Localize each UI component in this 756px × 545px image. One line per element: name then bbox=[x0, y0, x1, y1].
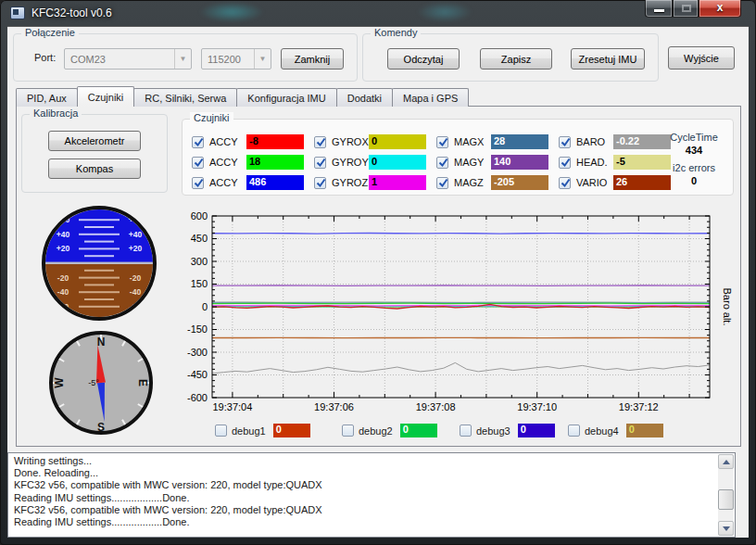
svg-text:E: E bbox=[136, 379, 149, 387]
sensor-value: 0 bbox=[369, 155, 426, 170]
debug-checkbox-4[interactable] bbox=[568, 425, 580, 437]
tab-rc-silniki-serwa[interactable]: RC, Silniki, Serwa bbox=[133, 88, 237, 107]
sensor-checkbox-accy[interactable] bbox=[192, 136, 204, 148]
tab-pid-aux[interactable]: PID, Aux bbox=[16, 88, 78, 107]
log-line: Writing settings... bbox=[14, 455, 729, 467]
sensor-checkbox-gyroz[interactable] bbox=[314, 177, 326, 189]
read-button[interactable]: Odczytaj bbox=[387, 48, 460, 70]
svg-text:+40: +40 bbox=[129, 230, 143, 239]
cycle-time-block: CycleTime 434 i2c errors 0 bbox=[661, 131, 727, 187]
scrollbar-thumb[interactable] bbox=[718, 489, 734, 510]
svg-text:300: 300 bbox=[191, 256, 208, 267]
tab-konfiguracja-imu[interactable]: Konfiguracja IMU bbox=[236, 88, 336, 107]
svg-text:19:37:06: 19:37:06 bbox=[314, 401, 354, 412]
scroll-down-button[interactable] bbox=[718, 521, 734, 536]
sensors-group-label: Czujniki bbox=[190, 112, 233, 123]
sensor-label: VARIO bbox=[571, 177, 613, 188]
sensor-value: 18 bbox=[246, 155, 304, 170]
sensor-column-acc: ACCY-8ACCY18ACCY486 bbox=[192, 134, 304, 190]
sensor-label: ACCY bbox=[204, 136, 246, 147]
i2c-errors-label: i2c errors bbox=[661, 161, 727, 174]
log-scrollbar[interactable] bbox=[718, 454, 734, 536]
close-button[interactable]: x bbox=[699, 0, 741, 18]
debug-label: debug1 bbox=[227, 425, 273, 437]
i2c-errors-value: 0 bbox=[661, 174, 727, 187]
reset-imu-button[interactable]: Zresetuj IMU bbox=[571, 48, 645, 70]
debug-value: 0 bbox=[400, 424, 437, 437]
sensor-label: MAGX bbox=[448, 136, 491, 147]
svg-text:600: 600 bbox=[191, 210, 208, 222]
sensor-checkbox-baro[interactable] bbox=[559, 136, 571, 148]
sensor-checkbox-magz[interactable] bbox=[436, 177, 448, 189]
compass-gauge: NSEW-5° bbox=[47, 329, 155, 437]
sensor-label: ACCY bbox=[204, 157, 246, 168]
debug-label: debug3 bbox=[472, 425, 518, 437]
minimize-icon bbox=[654, 9, 664, 12]
sensor-value: 28 bbox=[491, 134, 548, 149]
svg-text:-40: -40 bbox=[57, 287, 69, 297]
debug-value: 0 bbox=[518, 424, 555, 437]
debug-label: debug4 bbox=[580, 425, 626, 437]
commands-group: Komendy Odczytaj Zapisz Zresetuj IMU bbox=[362, 33, 659, 82]
client-area: Połączenie Port: COM23 ▼ 115200 ▼ Zamkni… bbox=[7, 26, 749, 538]
sensor-column-baro: BARO-0.22HEAD.-5VARIO26 bbox=[559, 134, 671, 190]
svg-text:450: 450 bbox=[191, 233, 208, 244]
titlebar[interactable]: KFC32-tool v0.6 x bbox=[0, 0, 756, 26]
svg-text:N: N bbox=[97, 336, 106, 349]
debug-value: 0 bbox=[626, 424, 663, 437]
window-frame: KFC32-tool v0.6 x Połączenie Port: COM23… bbox=[0, 0, 756, 545]
sensor-checkbox-gyrox[interactable] bbox=[314, 136, 326, 148]
sensor-label: ACCY bbox=[204, 177, 246, 188]
baud-select[interactable]: 115200 ▼ bbox=[201, 48, 271, 70]
sensor-label: GYROX bbox=[326, 136, 369, 147]
svg-text:0: 0 bbox=[202, 301, 208, 312]
exit-button[interactable]: Wyjście bbox=[668, 46, 735, 70]
sensor-label: GYROY bbox=[326, 157, 369, 168]
chevron-down-icon: ▼ bbox=[174, 49, 191, 69]
compass-calibrate-button[interactable]: Kompas bbox=[48, 158, 141, 179]
tab-dodatki[interactable]: Dodatki bbox=[336, 88, 393, 107]
sensor-row: BARO-0.22 bbox=[559, 134, 671, 149]
attitude-indicator: +20+20-20-20+40+40-40-40+60+60-60-60 bbox=[39, 203, 159, 323]
sensor-checkbox-vario[interactable] bbox=[559, 177, 571, 189]
arrow-up-icon bbox=[723, 460, 730, 464]
port-label: Port: bbox=[34, 52, 56, 63]
chevron-down-icon: ▼ bbox=[254, 49, 271, 69]
sensor-label: MAGZ bbox=[448, 177, 491, 188]
log-line: Done. Reloading... bbox=[14, 467, 729, 479]
maximize-button[interactable] bbox=[673, 0, 699, 18]
sensor-label: HEAD. bbox=[571, 157, 613, 168]
accelerometer-calibrate-button[interactable]: Akcelerometr bbox=[48, 131, 141, 151]
svg-text:150: 150 bbox=[191, 278, 208, 289]
sensor-checkbox-gyroy[interactable] bbox=[314, 157, 326, 169]
debug-checkbox-3[interactable] bbox=[460, 425, 472, 437]
sensor-checkbox-magx[interactable] bbox=[436, 136, 448, 148]
sensor-checkbox-accy[interactable] bbox=[192, 177, 204, 189]
debug-checkbox-1[interactable] bbox=[215, 425, 227, 437]
sensor-label: BARO bbox=[571, 136, 613, 147]
sensor-row: GYROY0 bbox=[314, 155, 426, 170]
sensor-row: ACCY486 bbox=[192, 175, 304, 190]
sensor-row: VARIO26 bbox=[559, 175, 671, 190]
close-port-button[interactable]: Zamknij bbox=[281, 48, 344, 70]
sensor-value: 140 bbox=[491, 155, 548, 170]
sensor-chart: -600-450-300-150015030045060019:37:0419:… bbox=[165, 209, 735, 426]
sensor-checkbox-head[interactable] bbox=[559, 157, 571, 169]
svg-text:+20: +20 bbox=[129, 244, 143, 253]
debug-checkbox-2[interactable] bbox=[342, 425, 354, 437]
write-button[interactable]: Zapisz bbox=[480, 48, 552, 70]
sensor-row: MAGX28 bbox=[436, 134, 548, 149]
minimize-button[interactable] bbox=[645, 0, 673, 18]
tab-mapa-i-gps[interactable]: Mapa i GPS bbox=[392, 88, 469, 107]
sensor-row: GYROZ1 bbox=[314, 175, 426, 190]
sensor-checkbox-accy[interactable] bbox=[192, 157, 204, 169]
log-output[interactable]: Writing settings...Done. Reloading...KFC… bbox=[7, 452, 736, 538]
sensor-checkbox-magy[interactable] bbox=[436, 157, 448, 169]
port-select[interactable]: COM23 ▼ bbox=[64, 48, 192, 70]
sensor-label: GYROZ bbox=[326, 177, 369, 188]
tab-czujniki[interactable]: Czujniki bbox=[77, 86, 135, 107]
calibration-group-label: Kalibracja bbox=[30, 108, 82, 119]
scroll-up-button[interactable] bbox=[718, 454, 734, 469]
sensor-row: HEAD.-5 bbox=[559, 155, 671, 170]
debug-item-4: debug40 bbox=[568, 423, 663, 438]
